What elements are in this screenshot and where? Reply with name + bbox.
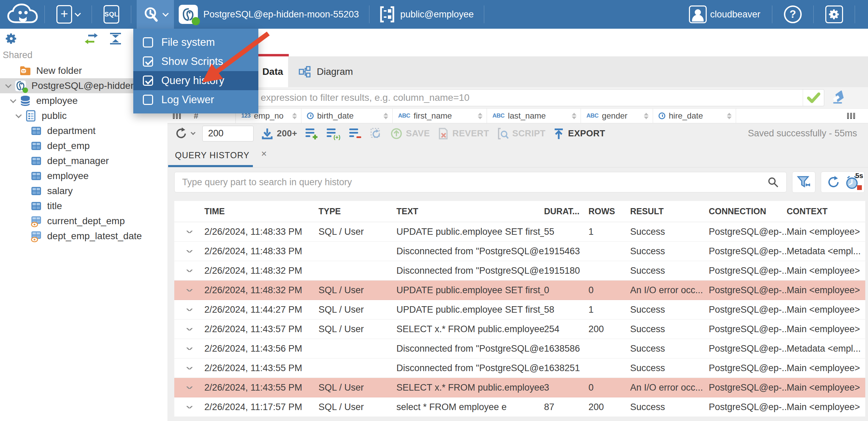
row-limit-input[interactable] [202, 126, 254, 141]
auto-refresh-button-group[interactable]: 5s [821, 172, 865, 193]
query-history-row-error[interactable]: 2/26/2024, 11:43:55 PM SQL / User SELECT… [174, 378, 865, 397]
tree-item-table[interactable]: dept_emp [0, 138, 167, 153]
filter-input[interactable] [240, 90, 803, 106]
query-history-row[interactable]: 2/26/2024, 11:43:55 PM Disconnected from… [174, 358, 865, 378]
sort-icon[interactable] [478, 113, 483, 119]
close-icon[interactable]: × [261, 149, 267, 159]
tree-item-table[interactable]: employee [0, 168, 167, 184]
checkbox-checked-icon[interactable] [143, 56, 153, 67]
revert-button[interactable]: REVERT [437, 127, 489, 140]
row-result: Success [630, 246, 709, 257]
row-result: Success [630, 304, 709, 315]
col-time[interactable]: TIME [204, 206, 318, 216]
chevron-down-icon[interactable] [15, 112, 22, 118]
expand-row-icon[interactable] [186, 231, 192, 233]
query-history-row[interactable]: 2/26/2024, 11:48:33 PM Disconnected from… [174, 242, 865, 261]
schema-selector[interactable]: public@employee [375, 0, 478, 29]
save-button[interactable]: SAVE [390, 127, 430, 140]
col-type[interactable]: TYPE [318, 206, 396, 216]
tab-data[interactable]: Data [257, 56, 288, 87]
active-tab-underline [168, 165, 253, 167]
checkbox-checked-icon[interactable] [143, 76, 153, 86]
expand-row-icon[interactable] [186, 328, 192, 330]
query-history-row[interactable]: 2/26/2024, 11:48:33 PM SQL / User UPDATE… [174, 222, 865, 242]
fetch-more-button[interactable]: 200+ [261, 127, 297, 140]
menu-item-file-system[interactable]: File system [133, 33, 258, 52]
checkbox-unchecked-icon[interactable] [143, 95, 153, 105]
duplicate-row-button[interactable]: (+) [326, 127, 341, 140]
expand-row-icon[interactable] [186, 406, 192, 408]
result-set-toolbar: 200+ (+) SAVE REVERT SCRIPT EXPORT [167, 123, 868, 144]
tree-item-table[interactable]: department [0, 123, 167, 138]
expand-row-icon[interactable] [186, 289, 192, 291]
sort-icon[interactable] [644, 113, 649, 119]
query-history-row[interactable]: 2/26/2024, 11:43:56 PM Disconnected from… [174, 339, 865, 358]
row-connection: PostgreSQL@ep-... [709, 285, 787, 296]
new-connection-button[interactable]: + [50, 0, 86, 29]
chevron-down-icon[interactable] [5, 82, 11, 88]
filter-button[interactable] [792, 172, 815, 193]
col-rows[interactable]: ROWS [588, 206, 630, 216]
chevron-down-icon[interactable] [10, 97, 16, 103]
expand-row-icon[interactable] [186, 309, 192, 311]
query-history-row[interactable]: 2/26/2024, 11:48:32 PM Disconnected from… [174, 261, 865, 281]
tree-item-table[interactable]: title [0, 199, 167, 214]
column-header-hire-date[interactable]: hire_date [653, 109, 736, 123]
query-history-row[interactable]: 2/26/2024, 11:17:57 PM SQL / User select… [174, 397, 865, 417]
col-duration[interactable]: DURAT... [544, 206, 588, 216]
sort-icon[interactable] [383, 113, 388, 119]
add-row-button[interactable] [305, 127, 318, 140]
help-button[interactable]: ? [778, 0, 808, 29]
tab-diagram[interactable]: Diagram [288, 56, 363, 87]
sidebar-settings-gear-icon[interactable] [5, 32, 18, 45]
column-header-birth-date[interactable]: birth_date [301, 109, 393, 123]
expand-row-icon[interactable] [186, 348, 192, 350]
col-text[interactable]: TEXT [396, 206, 544, 216]
tools-menu-button[interactable] [137, 0, 174, 29]
string-type-icon: ABC [492, 112, 504, 119]
query-history-row-error[interactable]: 2/26/2024, 11:48:32 PM SQL / User UPDATE… [174, 281, 865, 300]
row-type: SQL / User [318, 324, 396, 335]
grid-settings-icon[interactable] [847, 113, 855, 119]
menu-item-show-scripts[interactable]: Show Scripts [133, 52, 258, 71]
sort-icon[interactable] [727, 113, 732, 119]
sync-selection-icon[interactable] [83, 32, 99, 45]
collapse-all-icon[interactable] [109, 32, 122, 45]
tree-item-view[interactable]: current_dept_emp [0, 214, 167, 229]
tree-item-view[interactable]: dept_emp_latest_date [0, 229, 167, 244]
script-button[interactable]: SCRIPT [497, 127, 545, 140]
tree-item-table[interactable]: dept_manager [0, 153, 167, 168]
export-button[interactable]: EXPORT [553, 127, 605, 140]
sort-icon[interactable] [292, 113, 297, 119]
sql-editor-button[interactable]: SQL [97, 0, 125, 29]
query-history-search-input[interactable] [182, 177, 767, 188]
divider [369, 5, 369, 23]
settings-button[interactable] [819, 0, 849, 29]
auto-refresh-button[interactable] [370, 127, 383, 140]
tab-query-history[interactable]: QUERY HISTORY × [167, 144, 276, 167]
expand-row-icon[interactable] [186, 367, 192, 369]
clear-filter-eraser-icon[interactable] [829, 90, 848, 106]
user-menu-button[interactable]: cloudbeaver [683, 0, 767, 29]
apply-filter-button[interactable] [803, 90, 824, 106]
col-connection[interactable]: CONNECTION [709, 206, 787, 216]
column-header-last-name[interactable]: ABC last_name [487, 109, 581, 123]
menu-item-query-history[interactable]: Query history [133, 71, 258, 90]
sort-icon[interactable] [572, 113, 577, 119]
tree-item-table[interactable]: salary [0, 184, 167, 199]
column-header-gender[interactable]: ABC gender [581, 109, 653, 123]
col-result[interactable]: RESULT [630, 206, 709, 216]
expand-row-icon[interactable] [186, 250, 192, 253]
expand-row-icon[interactable] [186, 270, 192, 272]
connection-selector[interactable]: PostgreSQL@ep-hidden-moon-55203 [174, 0, 364, 29]
user-name: cloudbeaver [710, 9, 760, 20]
col-context[interactable]: CONTEXT [787, 206, 865, 216]
menu-item-log-viewer[interactable]: Log Viewer [133, 90, 258, 109]
delete-row-button[interactable] [349, 127, 362, 140]
refresh-button[interactable] [175, 127, 195, 140]
column-header-first-name[interactable]: ABC first_name [393, 109, 487, 123]
query-history-row[interactable]: 2/26/2024, 11:44:27 PM SQL / User UPDATE… [174, 300, 865, 320]
checkbox-unchecked-icon[interactable] [143, 37, 153, 47]
expand-row-icon[interactable] [186, 386, 192, 389]
query-history-row[interactable]: 2/26/2024, 11:43:57 PM SQL / User SELECT… [174, 320, 865, 339]
